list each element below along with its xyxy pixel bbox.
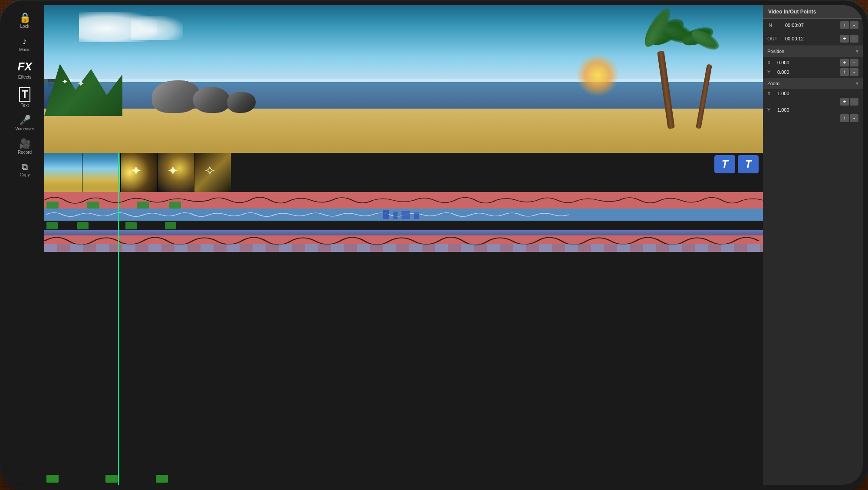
position-section-header[interactable]: Position ▾ <box>763 46 863 57</box>
flare-3: ✦ <box>68 76 73 83</box>
zoom-x-controls-row: + - <box>767 98 858 106</box>
position-chevron-icon: ▾ <box>856 48 858 54</box>
position-label: Position <box>767 49 784 54</box>
text-badge-t2[interactable]: T <box>738 155 759 173</box>
tool-music[interactable]: ♪ Music <box>5 33 44 56</box>
pos-y-minus-button[interactable]: - <box>850 68 858 76</box>
zoom-y-controls: + - <box>840 114 858 122</box>
video-preview: ▶ 013 ← Undo → R <box>44 5 763 153</box>
music-waveform-svg <box>46 209 761 220</box>
thumb-bokeh-1[interactable]: ✦ <box>121 153 158 192</box>
text-badge-t1[interactable]: T <box>714 155 735 173</box>
out-plus-button[interactable]: + <box>840 35 849 43</box>
zoom-section-header[interactable]: Zoom ▾ <box>763 78 863 89</box>
voiceover-icon: 🎤 <box>19 116 31 125</box>
pos-x-minus-button[interactable]: - <box>850 59 858 66</box>
thumb-beach-2[interactable] <box>82 153 121 192</box>
lock-label: Lock <box>20 24 29 29</box>
in-value: 00:00:07 <box>785 23 838 28</box>
flare-1: ✦ <box>62 77 68 86</box>
zoom-chevron-icon: ▾ <box>856 80 858 86</box>
rock-1 <box>152 80 200 113</box>
in-label: IN <box>767 23 783 28</box>
cloud-2 <box>131 16 183 40</box>
zoom-y-minus-button[interactable]: - <box>850 114 858 122</box>
copy-label: Copy <box>20 172 30 177</box>
position-x-label: X <box>767 60 774 65</box>
tool-voiceover[interactable]: 🎤 Voiceover <box>5 112 44 135</box>
pos-y-controls: + - <box>840 68 858 76</box>
zoom-x-minus-button[interactable]: - <box>850 98 858 106</box>
position-y-row: Y 0.000 + - <box>767 68 858 76</box>
bottom-marker-1 <box>46 475 59 483</box>
bottom-markers <box>46 475 168 483</box>
text-badges: T T <box>714 155 759 173</box>
starburst-icon-3: ✧ <box>204 164 221 181</box>
main-content: ▶ 013 ← Undo → R <box>44 5 763 485</box>
text-label: Text <box>21 103 29 108</box>
tool-lock[interactable]: 🔒 Lock <box>5 10 44 32</box>
pos-x-plus-button[interactable]: + <box>840 59 849 66</box>
pos-x-controls: + - <box>840 59 858 66</box>
marker-green-1 <box>46 222 58 229</box>
thumb-bokeh-2[interactable]: ✦ <box>158 153 194 192</box>
zoom-x-value: 1.000 <box>777 91 858 96</box>
record-icon: 🎥 <box>19 139 31 149</box>
zoom-x-row: X 1.000 <box>767 91 858 96</box>
pos-y-plus-button[interactable]: + <box>840 68 849 76</box>
in-plus-button[interactable]: + <box>840 21 849 29</box>
in-controls: + - <box>840 21 858 29</box>
waveform-1 <box>44 192 763 209</box>
zoom-xy: X 1.000 + - Y 1.000 <box>763 89 863 124</box>
palm-trunk-2 <box>696 64 712 129</box>
effects-label: Effects <box>18 75 31 79</box>
palm-trees <box>605 20 727 129</box>
green-marker-3 <box>137 202 149 209</box>
starburst-icon: ✦ <box>130 164 148 181</box>
zoom-x-plus-button[interactable]: + <box>840 98 849 106</box>
zoom-y-label: Y <box>767 107 774 113</box>
music-waveform <box>44 209 763 221</box>
music-track <box>44 209 763 221</box>
phone-device: 🔒 Lock ♪ Music FX Effects T Text 🎤 V <box>0 0 868 490</box>
copy-icon: ⧉ <box>22 162 28 171</box>
marker-green-2 <box>77 222 89 229</box>
zoom-y-controls-row: + - <box>767 114 858 122</box>
zoom-y-row: Y 1.000 <box>767 107 858 113</box>
out-value: 00:00:12 <box>785 36 838 41</box>
marker-green-3 <box>125 222 137 229</box>
audio-track-1 <box>44 192 763 209</box>
fx-icon: FX <box>17 60 32 73</box>
flare-2: ✦ <box>77 78 85 89</box>
green-markers <box>46 202 181 209</box>
marker-green-4 <box>165 222 176 229</box>
rock-3 <box>227 92 256 113</box>
audio2-tiles <box>44 244 763 252</box>
lock-icon: 🔒 <box>19 13 31 23</box>
music-label: Music <box>19 47 30 52</box>
bottom-marker-3 <box>156 475 168 483</box>
green-marker-2 <box>87 202 99 209</box>
palm-trunk-1 <box>657 51 675 129</box>
text-icon: T <box>19 87 31 102</box>
audio-track-2 <box>44 230 763 252</box>
in-minus-button[interactable]: - <box>850 21 858 29</box>
tool-text[interactable]: T Text <box>5 84 44 111</box>
right-panel: Video In/Out Points IN 00:00:07 + - OUT … <box>763 5 863 485</box>
music-icon: ♪ <box>23 36 27 46</box>
zoom-y-plus-button[interactable]: + <box>840 114 849 122</box>
empty-track <box>44 252 763 485</box>
svg-rect-1 <box>393 212 397 219</box>
zoom-x-label: X <box>767 91 774 96</box>
out-minus-button[interactable]: - <box>850 35 858 43</box>
tool-copy[interactable]: ⧉ Copy <box>5 159 44 181</box>
tool-record[interactable]: 🎥 Record <box>5 136 44 158</box>
zoom-label: Zoom <box>767 81 779 86</box>
tool-effects[interactable]: FX Effects <box>5 56 44 83</box>
thumb-bokeh-3[interactable]: ✧ <box>194 153 231 192</box>
video-track: ✦ ✦ ✧ T T <box>44 153 763 192</box>
out-label: OUT <box>767 36 783 41</box>
svg-rect-0 <box>383 210 389 219</box>
position-x-value: 0.000 <box>777 60 837 65</box>
thumb-beach-1[interactable] <box>44 153 82 192</box>
